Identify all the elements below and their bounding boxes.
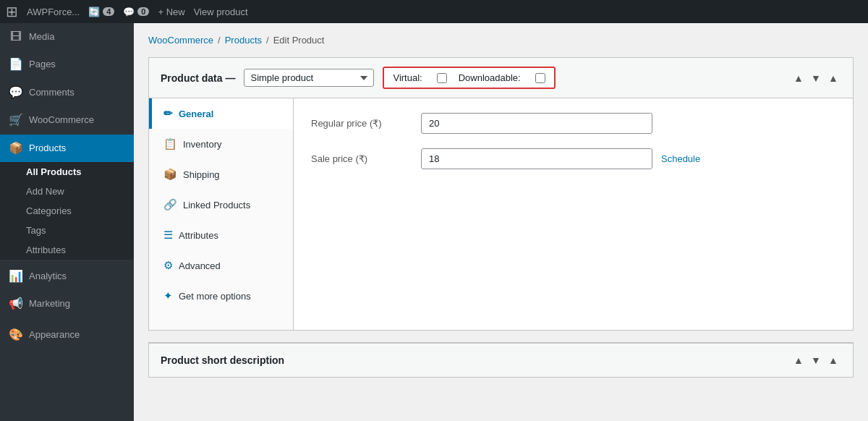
short-desc-collapse-buttons: ▲ ▼ ▲ <box>791 352 841 368</box>
main-layout: 🎞 Media 📄 Pages 💬 Comments 🛒 WooCommerce… <box>0 23 868 421</box>
linked-products-tab-icon: 🔗 <box>163 198 177 211</box>
virtual-downloadable-box: Virtual: Downloadable: <box>383 67 555 89</box>
product-data-body: ✏ General 📋 Inventory 📦 Shipping 🔗 Linke… <box>149 98 853 330</box>
regular-price-row: Regular price (₹) <box>311 113 835 134</box>
sidebar-item-products[interactable]: 📦 Products <box>0 135 134 162</box>
sidebar-label-media: Media <box>29 30 54 43</box>
sidebar: 🎞 Media 📄 Pages 💬 Comments 🛒 WooCommerce… <box>0 23 134 421</box>
panel-collapse-buttons: ▲ ▼ ▲ <box>791 70 841 86</box>
tab-attributes[interactable]: ☰ Attributes <box>149 220 293 250</box>
content-area: WooCommerce / Products / Edit Product Pr… <box>134 23 868 421</box>
short-desc-collapse-up[interactable]: ▲ <box>791 352 807 368</box>
virtual-checkbox[interactable] <box>437 73 447 83</box>
marketing-icon: 📢 <box>9 296 23 312</box>
appearance-icon: 🎨 <box>9 327 23 343</box>
admin-bar: ⊞ AWPForce... 🔄 4 💬 0 + New View product <box>0 0 868 23</box>
submenu-add-new[interactable]: Add New <box>0 182 134 201</box>
shipping-tab-icon: 📦 <box>163 168 177 181</box>
sidebar-item-analytics[interactable]: 📊 Analytics <box>0 263 134 290</box>
downloadable-checkbox[interactable] <box>535 73 545 83</box>
product-type-select[interactable]: Simple product Variable product Grouped … <box>244 69 374 87</box>
tab-general[interactable]: ✏ General <box>149 98 293 129</box>
general-tab-content: Regular price (₹) Sale price (₹) Schedul… <box>294 98 853 330</box>
tab-inventory[interactable]: 📋 Inventory <box>149 129 293 159</box>
sale-price-input[interactable] <box>421 148 652 169</box>
regular-price-label: Regular price (₹) <box>311 118 412 129</box>
product-data-header: Product data — Simple product Variable p… <box>149 58 853 98</box>
breadcrumb-products[interactable]: Products <box>225 35 262 46</box>
breadcrumb-current: Edit Product <box>273 35 325 46</box>
comments-icon[interactable]: 💬 0 <box>123 7 149 17</box>
breadcrumb: WooCommerce / Products / Edit Product <box>148 35 854 46</box>
tab-linked-products[interactable]: 🔗 Linked Products <box>149 190 293 220</box>
sale-price-label: Sale price (₹) <box>311 153 412 164</box>
new-button[interactable]: + New <box>158 7 184 17</box>
tab-advanced[interactable]: ⚙ Advanced <box>149 250 293 281</box>
sidebar-label-woocommerce: WooCommerce <box>29 114 94 127</box>
pages-icon: 📄 <box>9 56 23 72</box>
product-data-panel: Product data — Simple product Variable p… <box>148 57 854 331</box>
general-tab-icon: ✏ <box>163 107 173 120</box>
sidebar-item-media[interactable]: 🎞 Media <box>0 23 134 51</box>
short-description-panel: Product short description ▲ ▼ ▲ <box>148 342 854 378</box>
sidebar-label-products: Products <box>29 142 66 155</box>
breadcrumb-woocommerce[interactable]: WooCommerce <box>148 35 213 46</box>
regular-price-input[interactable] <box>421 113 652 134</box>
view-product-link[interactable]: View product <box>194 7 248 17</box>
submenu-tags[interactable]: Tags <box>0 221 134 240</box>
inventory-tab-icon: 📋 <box>163 137 177 150</box>
sidebar-label-pages: Pages <box>29 58 56 71</box>
site-name[interactable]: AWPForce... <box>27 7 80 17</box>
sidebar-item-woocommerce[interactable]: 🛒 WooCommerce <box>0 106 134 134</box>
tab-shipping-label: Shipping <box>183 169 220 180</box>
products-submenu: All Products Add New Categories Tags Att… <box>0 162 134 260</box>
tab-inventory-label: Inventory <box>183 139 221 150</box>
media-icon: 🎞 <box>9 29 23 45</box>
submenu-all-products[interactable]: All Products <box>0 162 134 182</box>
wp-logo-icon[interactable]: ⊞ <box>6 3 18 20</box>
short-desc-collapse-down[interactable]: ▼ <box>808 352 824 368</box>
short-description-title: Product short description <box>161 354 791 366</box>
analytics-icon: 📊 <box>9 268 23 284</box>
sidebar-label-appearance: Appearance <box>29 328 80 341</box>
sale-price-row: Sale price (₹) Schedule <box>311 148 835 169</box>
submenu-attributes[interactable]: Attributes <box>0 240 134 260</box>
woocommerce-icon: 🛒 <box>9 112 23 128</box>
collapse-down-button[interactable]: ▼ <box>808 70 824 86</box>
virtual-label: Virtual: <box>393 72 422 83</box>
sidebar-label-comments: Comments <box>29 86 75 99</box>
tab-get-more-options-label: Get more options <box>179 291 251 302</box>
get-more-options-tab-icon: ✦ <box>163 289 173 302</box>
short-description-header: Product short description ▲ ▼ ▲ <box>149 343 853 377</box>
tab-advanced-label: Advanced <box>179 260 221 271</box>
tab-shipping[interactable]: 📦 Shipping <box>149 159 293 190</box>
tab-general-label: General <box>179 109 213 119</box>
sidebar-label-marketing: Marketing <box>29 297 70 310</box>
breadcrumb-sep2: / <box>266 35 269 46</box>
tab-attributes-label: Attributes <box>179 230 218 241</box>
sidebar-item-pages[interactable]: 📄 Pages <box>0 51 134 78</box>
attributes-tab-icon: ☰ <box>163 229 173 242</box>
short-desc-collapse-toggle[interactable]: ▲ <box>825 352 841 368</box>
schedule-link[interactable]: Schedule <box>661 153 700 164</box>
tab-get-more-options[interactable]: ✦ Get more options <box>149 281 293 311</box>
collapse-up-button[interactable]: ▲ <box>791 70 807 86</box>
collapse-toggle-button[interactable]: ▲ <box>825 70 841 86</box>
product-data-label: Product data — <box>161 72 235 84</box>
advanced-tab-icon: ⚙ <box>163 259 173 272</box>
sidebar-item-marketing[interactable]: 📢 Marketing <box>0 290 134 318</box>
comments-sidebar-icon: 💬 <box>9 85 23 101</box>
sidebar-item-comments[interactable]: 💬 Comments <box>0 79 134 106</box>
updates-icon[interactable]: 🔄 4 <box>88 7 114 17</box>
breadcrumb-sep1: / <box>218 35 221 46</box>
products-icon: 📦 <box>9 140 23 156</box>
sidebar-item-appearance[interactable]: 🎨 Appearance <box>0 321 134 349</box>
submenu-categories[interactable]: Categories <box>0 201 134 221</box>
tab-linked-products-label: Linked Products <box>183 200 250 210</box>
downloadable-label: Downloadable: <box>459 72 521 83</box>
sidebar-label-analytics: Analytics <box>29 270 67 283</box>
tab-sidebar: ✏ General 📋 Inventory 📦 Shipping 🔗 Linke… <box>149 98 294 330</box>
